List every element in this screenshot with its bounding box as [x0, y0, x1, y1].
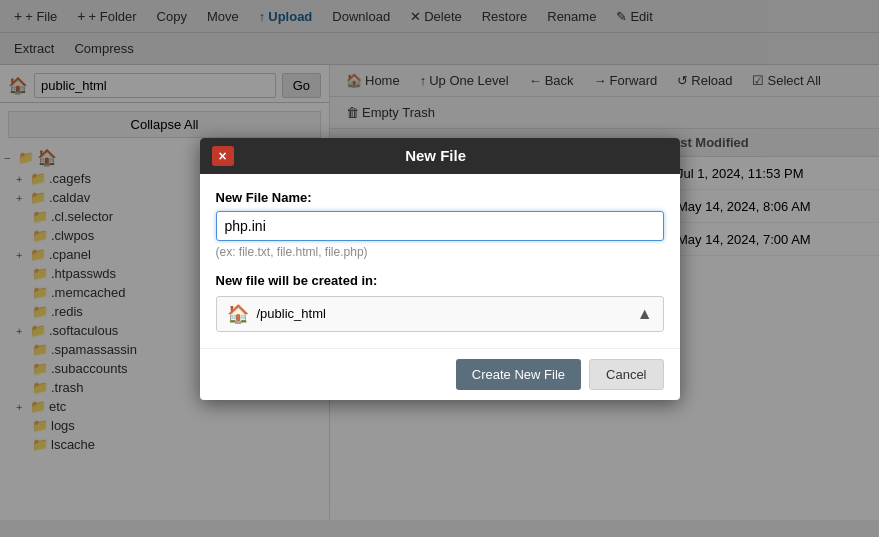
- create-new-file-btn[interactable]: Create New File: [456, 359, 581, 390]
- modal-overlay: × New File New File Name: (ex: file.txt,…: [0, 0, 879, 537]
- modal-header: × New File: [200, 138, 680, 174]
- modal-scroll-up-btn[interactable]: ▲: [637, 305, 653, 323]
- create-in-path: /public_html: [257, 306, 326, 321]
- modal-footer: Create New File Cancel: [200, 348, 680, 400]
- modal-title: New File: [405, 147, 466, 164]
- cancel-btn[interactable]: Cancel: [589, 359, 663, 390]
- create-in-path-row: 🏠 /public_html ▲: [216, 296, 664, 332]
- filename-hint: (ex: file.txt, file.html, file.php): [216, 245, 664, 259]
- filename-label: New File Name:: [216, 190, 664, 205]
- modal-close-btn[interactable]: ×: [212, 146, 234, 166]
- modal-body: New File Name: (ex: file.txt, file.html,…: [200, 174, 680, 348]
- filename-input[interactable]: [216, 211, 664, 241]
- new-file-modal: × New File New File Name: (ex: file.txt,…: [200, 138, 680, 400]
- create-in-label: New file will be created in:: [216, 273, 664, 288]
- modal-home-icon: 🏠: [227, 303, 249, 325]
